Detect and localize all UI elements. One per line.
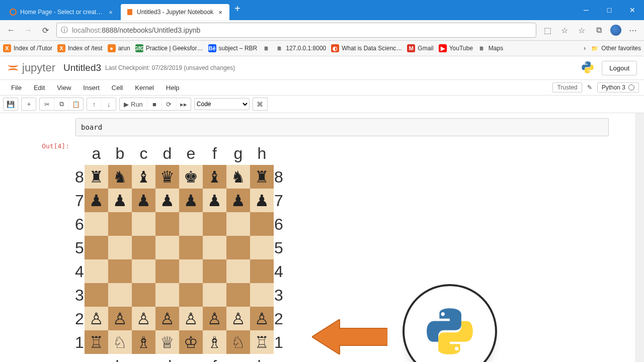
- bookmark-favicon: X: [3, 44, 11, 52]
- other-favorites[interactable]: 📁 Other favorites: [591, 44, 641, 52]
- window-close[interactable]: ✕: [621, 0, 644, 20]
- svg-point-3: [589, 71, 590, 72]
- bookmark-favicon: M: [407, 44, 415, 52]
- bookmark-item[interactable]: 🗎127.0.0.1:8000: [275, 44, 326, 52]
- browser-tab-notebook[interactable]: Untitled3 - Jupyter Notebook ×: [121, 4, 229, 20]
- bookmark-favicon: 🗎: [275, 44, 283, 52]
- menu-view[interactable]: View: [51, 84, 77, 92]
- move-up-button[interactable]: ↑: [87, 98, 102, 110]
- board-square: ♞: [226, 165, 250, 189]
- board-coord: 8: [74, 165, 85, 189]
- browser-titlebar: Home Page - Select or create a n… × Unti…: [0, 0, 644, 20]
- command-palette-button[interactable]: ⌘: [253, 98, 267, 110]
- bookmark-item[interactable]: Bēsubject – RBR: [208, 44, 258, 52]
- trusted-indicator[interactable]: Trusted: [552, 82, 582, 93]
- notebook-title[interactable]: Untitled3: [63, 62, 101, 73]
- move-down-button[interactable]: ↓: [102, 98, 116, 110]
- menu-help[interactable]: Help: [160, 84, 186, 92]
- paste-button[interactable]: 📋: [69, 98, 83, 110]
- bookmark-item[interactable]: MGmail: [407, 44, 433, 52]
- board-coord: [74, 354, 85, 362]
- interrupt-button[interactable]: ■: [147, 98, 162, 110]
- board-square: ♟: [179, 189, 203, 212]
- menu-insert[interactable]: Insert: [77, 84, 106, 92]
- board-square: [108, 212, 132, 236]
- forward-button[interactable]: →: [20, 23, 36, 38]
- vertical-scrollbar[interactable]: [635, 113, 644, 362]
- more-icon[interactable]: ⋯: [625, 23, 641, 38]
- celltype-select[interactable]: Code: [194, 98, 250, 110]
- board-coord: b: [108, 354, 132, 362]
- board-square: ♙: [155, 307, 179, 330]
- bookmark-item[interactable]: ●arun: [108, 44, 130, 52]
- board-square: [203, 212, 226, 236]
- board-square: ♘: [226, 330, 250, 354]
- board-square: [85, 259, 108, 283]
- board-coord: d: [155, 354, 179, 362]
- bookmark-label: YouTube: [449, 45, 473, 52]
- cut-button[interactable]: ✂: [40, 98, 54, 110]
- board-square: [250, 283, 274, 307]
- translate-icon[interactable]: ☆: [556, 23, 573, 38]
- kernel-indicator[interactable]: Python 3: [597, 82, 639, 93]
- profile-avatar[interactable]: [608, 23, 624, 38]
- restart-run-all-button[interactable]: ▸▸: [177, 98, 191, 110]
- bookmark-item[interactable]: 🗎: [262, 44, 270, 52]
- jupyter-logo-icon: [7, 62, 19, 74]
- save-button[interactable]: 💾: [4, 98, 18, 110]
- board-square: ♞: [108, 165, 132, 189]
- board-square: [203, 283, 226, 307]
- board-square: [155, 212, 179, 236]
- board-square: ♔: [179, 330, 203, 354]
- board-square: ♙: [203, 307, 226, 330]
- bookmark-item[interactable]: 🗎Maps: [478, 44, 503, 52]
- jupyter-logo[interactable]: jupyter: [7, 61, 55, 74]
- board-coord: c: [132, 354, 155, 362]
- edit-icon[interactable]: ✎: [584, 84, 595, 91]
- reader-icon[interactable]: ⬚: [539, 23, 555, 38]
- board-coord: 3: [274, 283, 284, 307]
- bookmark-item[interactable]: ◐What is Data Scienc…: [331, 44, 402, 52]
- bookmark-item[interactable]: XIndex of /test: [57, 44, 103, 52]
- close-icon[interactable]: ×: [107, 9, 115, 16]
- back-button[interactable]: ←: [3, 23, 19, 38]
- code-cell-input[interactable]: board: [75, 118, 609, 136]
- window-maximize[interactable]: □: [598, 0, 621, 20]
- board-coord: f: [203, 141, 226, 165]
- board-coord: e: [179, 141, 203, 165]
- run-button[interactable]: ▶ Run: [120, 98, 147, 110]
- new-tab-button[interactable]: +: [230, 3, 245, 18]
- board-square: ♙: [179, 307, 203, 330]
- close-icon[interactable]: ×: [216, 9, 224, 16]
- bookmark-item[interactable]: GfGPractice | Geeksfor…: [135, 44, 203, 52]
- board-square: [226, 259, 250, 283]
- browser-tab-home[interactable]: Home Page - Select or create a n… ×: [4, 4, 120, 20]
- bookmark-favicon: 🗎: [262, 44, 270, 52]
- collections-icon[interactable]: ⧉: [591, 23, 607, 38]
- reload-button[interactable]: ⟳: [37, 23, 53, 38]
- menu-edit[interactable]: Edit: [28, 84, 51, 92]
- bookmark-item[interactable]: XIndex of /Tutor: [3, 44, 52, 52]
- restart-button[interactable]: ⟳: [162, 98, 177, 110]
- site-info-icon[interactable]: ⓘ: [61, 26, 68, 35]
- menu-file[interactable]: File: [5, 84, 28, 92]
- address-bar[interactable]: ⓘ localhost:8888/notebooks/Untitled3.ipy…: [56, 23, 536, 38]
- menu-cell[interactable]: Cell: [106, 84, 129, 92]
- svg-point-5: [441, 312, 445, 316]
- bookmark-label: Maps: [489, 45, 503, 52]
- board-coord: g: [226, 354, 250, 362]
- favorites-icon[interactable]: ☆: [574, 23, 590, 38]
- insert-cell-button[interactable]: ＋: [22, 98, 36, 110]
- copy-button[interactable]: ⧉: [54, 98, 69, 110]
- bookmark-label: arun: [118, 45, 130, 52]
- bookmark-favicon: 🗎: [478, 44, 486, 52]
- logout-button[interactable]: Logout: [602, 61, 637, 75]
- board-square: [108, 283, 132, 307]
- jupyter-logo-text: jupyter: [22, 61, 55, 74]
- window-minimize[interactable]: ─: [575, 0, 598, 20]
- menu-kernel[interactable]: Kernel: [129, 84, 160, 92]
- bookmark-favicon: X: [57, 44, 65, 52]
- bookmarks-overflow[interactable]: ›: [584, 45, 586, 52]
- board-square: [132, 212, 155, 236]
- bookmark-item[interactable]: ▶YouTube: [439, 44, 473, 52]
